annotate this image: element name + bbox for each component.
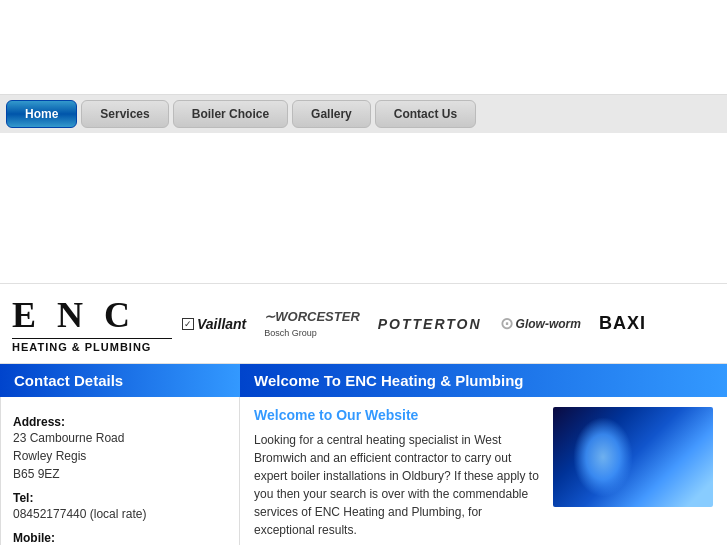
sidebar-content: Address: 23 Cambourne Road Rowley Regis … [0, 397, 240, 545]
enc-subtext: HEATING & PLUMBING [12, 338, 172, 353]
main-text: Welcome to Our Website Looking for a cen… [254, 407, 543, 545]
main-body-content: Welcome to Our Website Looking for a cen… [240, 397, 727, 545]
nav-services[interactable]: Services [81, 100, 168, 128]
enc-letters: E N C [12, 294, 172, 336]
vaillant-logo: ✓ Vaillant [182, 316, 246, 332]
vaillant-check-icon: ✓ [182, 318, 194, 330]
mobile-label: Mobile: [13, 531, 227, 545]
hero-space [0, 133, 727, 283]
address-line-1: 23 Cambourne Road [13, 429, 227, 447]
worcester-logo: ∼WORCESTERBosch Group [264, 309, 360, 339]
address-label: Address: [13, 415, 227, 429]
navigation: Home Services Boiler Choice Gallery Cont… [0, 95, 727, 133]
tel-value: 08452177440 (local rate) [13, 505, 227, 523]
address-line-3: B65 9EZ [13, 465, 227, 483]
sidebar-header: Contact Details [0, 364, 240, 397]
tel-label: Tel: [13, 491, 227, 505]
enc-logo: E N C HEATING & PLUMBING [12, 294, 172, 353]
top-banner [0, 0, 727, 95]
nav-gallery[interactable]: Gallery [292, 100, 371, 128]
address-line-2: Rowley Regis [13, 447, 227, 465]
glowworm-logo: ⊙ Glow-worm [500, 314, 581, 333]
nav-contact-us[interactable]: Contact Us [375, 100, 476, 128]
nav-home[interactable]: Home [6, 100, 77, 128]
brand-row: E N C HEATING & PLUMBING ✓ Vaillant ∼WOR… [0, 283, 727, 364]
potterton-logo: POTTERTON [378, 316, 482, 332]
boiler-image [553, 407, 713, 507]
welcome-text: Looking for a central heating specialist… [254, 431, 543, 539]
main-header: Welcome To ENC Heating & Plumbing [240, 364, 727, 397]
nav-boiler-choice[interactable]: Boiler Choice [173, 100, 288, 128]
main-content: Contact Details Address: 23 Cambourne Ro… [0, 364, 727, 545]
baxi-logo: BAXI [599, 313, 646, 334]
welcome-heading: Welcome to Our Website [254, 407, 543, 423]
sidebar: Contact Details Address: 23 Cambourne Ro… [0, 364, 240, 545]
partner-logos: ✓ Vaillant ∼WORCESTERBosch Group POTTERT… [172, 309, 715, 339]
main-body: Welcome To ENC Heating & Plumbing Welcom… [240, 364, 727, 545]
